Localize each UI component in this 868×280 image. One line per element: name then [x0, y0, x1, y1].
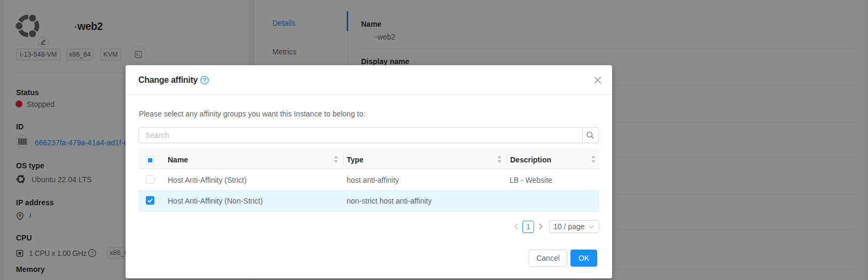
svg-text:?: ?	[203, 77, 206, 83]
